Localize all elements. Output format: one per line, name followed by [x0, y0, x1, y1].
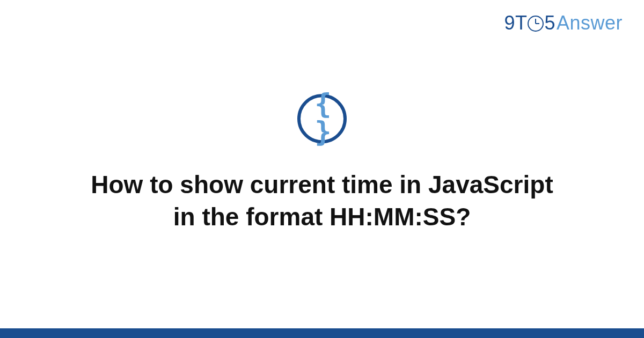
logo-text-nine: 9: [504, 12, 515, 34]
logo-text-five: 5: [544, 12, 555, 34]
logo-text-answer: Answer: [557, 12, 623, 34]
clock-icon: [528, 16, 544, 32]
category-icon-circle: { }: [297, 94, 347, 143]
main-content: { } How to show current time in JavaScri…: [0, 94, 644, 233]
code-braces-icon: { }: [301, 90, 343, 145]
site-logo: 9 T 5 Answer: [504, 12, 623, 34]
footer-accent-bar: [0, 328, 644, 338]
logo-text-t: T: [515, 12, 528, 34]
question-title: How to show current time in JavaScript i…: [80, 169, 564, 233]
